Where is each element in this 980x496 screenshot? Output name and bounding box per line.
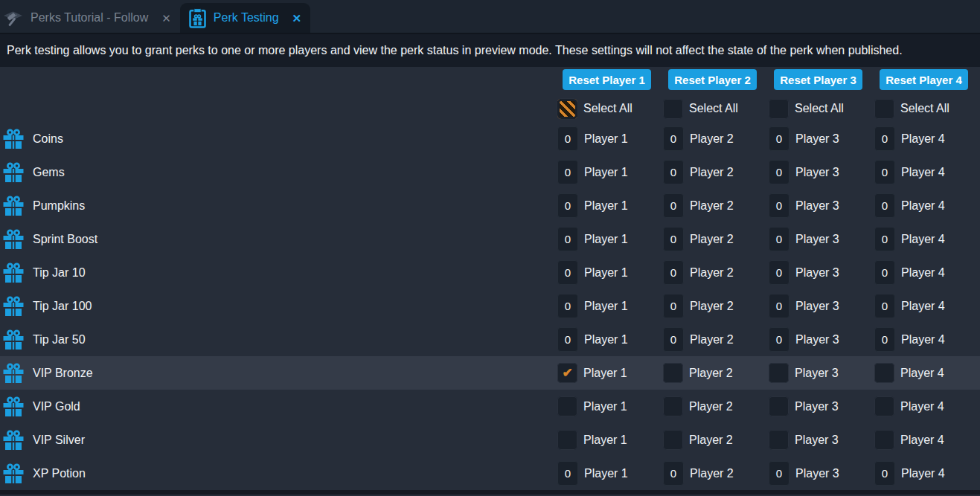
select-all-checkbox[interactable] bbox=[663, 99, 683, 119]
perk-amount-input[interactable] bbox=[769, 193, 790, 218]
perk-amount-input[interactable] bbox=[874, 294, 895, 318]
perk-label-wrap: XP Potion bbox=[0, 463, 557, 484]
select-all-label: Select All bbox=[689, 102, 738, 115]
reset-player-button[interactable]: Reset Player 2 bbox=[668, 69, 757, 90]
close-icon[interactable]: ✕ bbox=[292, 13, 302, 24]
perk-amount-input[interactable] bbox=[769, 260, 790, 285]
player-label: Player 4 bbox=[901, 233, 945, 246]
gift-icon bbox=[3, 329, 24, 350]
perk-name: Tip Jar 10 bbox=[33, 266, 86, 280]
player-label: Player 3 bbox=[795, 400, 839, 413]
perk-amount-input[interactable] bbox=[557, 193, 578, 218]
perk-amount-input[interactable] bbox=[557, 260, 578, 285]
perk-amount-input[interactable] bbox=[769, 294, 790, 318]
perk-row[interactable]: Tip Jar 50 Player 1 Player 2 Player 3 Pl… bbox=[0, 323, 980, 356]
perk-row[interactable]: XP Potion Player 1 Player 2 Player 3 Pla… bbox=[0, 457, 980, 490]
perk-row[interactable]: Sprint Boost Player 1 Player 2 Player 3 … bbox=[0, 222, 980, 256]
perk-amount-input[interactable] bbox=[769, 227, 790, 251]
perk-amount-input[interactable] bbox=[557, 461, 578, 486]
perk-list: Coins Player 1 Player 2 Player 3 Player … bbox=[0, 122, 980, 490]
perk-amount-input[interactable] bbox=[557, 327, 578, 352]
perk-checkbox[interactable] bbox=[663, 396, 683, 416]
perk-name: Gems bbox=[33, 166, 65, 179]
player-label: Player 3 bbox=[795, 199, 839, 213]
perk-row[interactable]: VIP Bronze Player 1 Player 2 Player 3 Pl… bbox=[0, 356, 980, 390]
select-all-checkbox[interactable] bbox=[557, 99, 577, 119]
perk-amount-input[interactable] bbox=[663, 294, 684, 318]
player-label: Player 1 bbox=[584, 166, 628, 179]
perk-amount-input[interactable] bbox=[874, 461, 895, 486]
tab-perks-tutorial[interactable]: Perks Tutorial - Follow ✕ bbox=[0, 3, 180, 33]
player-label: Player 2 bbox=[690, 300, 734, 313]
gift-icon bbox=[3, 263, 24, 283]
perk-label-wrap: VIP Gold bbox=[0, 396, 557, 417]
player-label: Player 1 bbox=[583, 367, 627, 380]
perk-checkbox[interactable] bbox=[663, 363, 683, 383]
close-icon[interactable]: ✕ bbox=[161, 13, 171, 24]
perk-player-cell: Player 4 bbox=[874, 461, 980, 486]
perk-amount-input[interactable] bbox=[769, 461, 790, 486]
perk-amount-input[interactable] bbox=[663, 327, 684, 352]
perk-amount-input[interactable] bbox=[557, 294, 578, 318]
perk-amount-input[interactable] bbox=[663, 260, 684, 285]
tab-label: Perks Tutorial - Follow bbox=[31, 11, 148, 25]
perk-amount-input[interactable] bbox=[874, 260, 895, 285]
perk-checkbox[interactable] bbox=[874, 430, 894, 450]
reset-player-button[interactable]: Reset Player 4 bbox=[880, 69, 968, 90]
perk-player-cell: Player 1 bbox=[557, 363, 663, 383]
player-label: Player 2 bbox=[690, 467, 734, 480]
player-label: Player 3 bbox=[795, 132, 839, 146]
perk-row[interactable]: Tip Jar 100 Player 1 Player 2 Player 3 P… bbox=[0, 289, 980, 323]
tab-perk-testing[interactable]: Perk Testing ✕ bbox=[180, 3, 310, 33]
perk-player-cell: Player 4 bbox=[874, 363, 980, 383]
perk-checkbox[interactable] bbox=[769, 396, 789, 416]
perk-amount-input[interactable] bbox=[874, 227, 895, 251]
perk-amount-input[interactable] bbox=[663, 126, 684, 151]
perk-amount-input[interactable] bbox=[663, 227, 684, 251]
player-label: Player 3 bbox=[795, 166, 839, 179]
select-all-cell: Select All bbox=[557, 99, 663, 119]
perk-checkbox[interactable] bbox=[769, 430, 789, 450]
perk-row[interactable]: Coins Player 1 Player 2 Player 3 Player … bbox=[0, 122, 980, 155]
select-all-row: Select All Select All Select All Select … bbox=[0, 95, 980, 122]
perk-row[interactable]: Tip Jar 10 Player 1 Player 2 Player 3 Pl… bbox=[0, 256, 980, 289]
perk-amount-input[interactable] bbox=[874, 193, 895, 218]
perk-row[interactable]: VIP Silver Player 1 Player 2 Player 3 Pl… bbox=[0, 423, 980, 457]
perk-row[interactable]: Pumpkins Player 1 Player 2 Player 3 Play… bbox=[0, 189, 980, 222]
perk-amount-input[interactable] bbox=[769, 327, 790, 352]
perk-amount-input[interactable] bbox=[769, 160, 790, 184]
reset-player-button[interactable]: Reset Player 3 bbox=[774, 69, 862, 90]
perk-checkbox[interactable] bbox=[663, 430, 683, 450]
reset-player-button[interactable]: Reset Player 1 bbox=[563, 69, 651, 90]
perk-player-cell: Player 3 bbox=[769, 396, 874, 416]
player-label: Player 3 bbox=[795, 333, 839, 347]
player-label: Player 1 bbox=[583, 434, 627, 447]
perk-amount-input[interactable] bbox=[663, 160, 684, 184]
perk-player-cell: Player 2 bbox=[663, 227, 769, 251]
perk-amount-input[interactable] bbox=[874, 126, 895, 151]
perk-amount-input[interactable] bbox=[769, 126, 790, 151]
perk-amount-input[interactable] bbox=[557, 160, 578, 184]
perk-amount-input[interactable] bbox=[557, 126, 578, 151]
player-label: Player 4 bbox=[901, 333, 945, 347]
perk-amount-input[interactable] bbox=[557, 227, 578, 251]
perk-amount-input[interactable] bbox=[874, 327, 895, 352]
perk-row[interactable]: Gems Player 1 Player 2 Player 3 Player 4 bbox=[0, 155, 980, 189]
player-label: Player 3 bbox=[795, 467, 839, 480]
select-all-checkbox[interactable] bbox=[769, 99, 789, 119]
perk-checkbox[interactable] bbox=[874, 363, 894, 383]
perk-row[interactable]: VIP Gold Player 1 Player 2 Player 3 Play… bbox=[0, 390, 980, 423]
perk-amount-input[interactable] bbox=[663, 193, 684, 218]
perk-player-cell: Player 1 bbox=[557, 396, 663, 416]
perk-checkbox[interactable] bbox=[557, 396, 577, 416]
player-label: Player 3 bbox=[795, 367, 839, 380]
perk-amount-input[interactable] bbox=[663, 461, 684, 486]
select-all-checkbox[interactable] bbox=[874, 99, 894, 119]
player-label: Player 4 bbox=[900, 367, 944, 380]
perk-checkbox[interactable] bbox=[769, 363, 789, 383]
perk-name: VIP Silver bbox=[33, 434, 85, 447]
perk-checkbox[interactable] bbox=[557, 363, 577, 383]
perk-checkbox[interactable] bbox=[557, 430, 577, 450]
perk-checkbox[interactable] bbox=[874, 396, 894, 416]
perk-amount-input[interactable] bbox=[874, 160, 895, 184]
